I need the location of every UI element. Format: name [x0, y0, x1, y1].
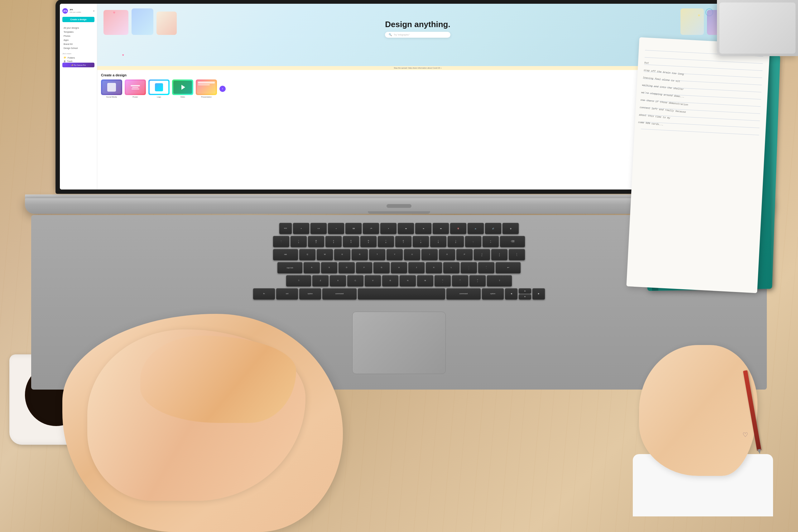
key-r[interactable]: R [352, 249, 368, 260]
nav-brand-kit[interactable]: Brand Kit [62, 42, 94, 46]
key-e[interactable]: E [334, 249, 350, 260]
key-shift-right[interactable]: ⇧ [487, 275, 512, 286]
key-backtick[interactable]: ~` [273, 236, 289, 247]
key-f5[interactable]: ⊣⊢ [363, 223, 379, 234]
key-option-right[interactable]: option [482, 288, 504, 300]
key-f9[interactable]: ⏭ [433, 223, 449, 234]
key-b[interactable]: B [382, 275, 398, 286]
key-7[interactable]: &7 [395, 236, 412, 247]
key-option-left[interactable]: option [299, 288, 321, 300]
create-section-title: Create a design [101, 73, 127, 77]
key-2[interactable]: @2 [308, 236, 324, 247]
key-minus[interactable]: _- [465, 236, 481, 247]
trackpad[interactable] [352, 312, 446, 374]
try-canva-pro-button[interactable]: ✨ Try Canva Pro [62, 63, 94, 67]
key-command-right[interactable]: command [446, 288, 481, 300]
key-space[interactable] [358, 288, 445, 300]
key-j[interactable]: J [408, 262, 424, 273]
key-arrow-down[interactable]: ▼ [519, 294, 531, 300]
key-s[interactable]: S [321, 262, 337, 273]
design-type-logo[interactable]: Logo [148, 79, 170, 98]
key-fn[interactable]: fn [253, 288, 275, 300]
key-3[interactable]: #3 [325, 236, 342, 247]
key-ctrl[interactable]: ctrl [276, 288, 298, 300]
design-type-presentation[interactable]: Presentation [196, 79, 217, 98]
key-f11[interactable]: 🔉 [468, 223, 484, 234]
nav-design-school[interactable]: Design School [62, 46, 94, 50]
key-backspace[interactable]: ⌫ [500, 236, 525, 247]
key-w[interactable]: W [317, 249, 333, 260]
nav-templates[interactable]: Templates [62, 30, 94, 34]
key-semicolon[interactable]: :; [461, 262, 477, 273]
nav-folders[interactable]: 📁 Folders [62, 56, 94, 59]
video-label: Video [172, 96, 193, 98]
key-f4[interactable]: ⌨ [345, 223, 362, 234]
key-v[interactable]: V [365, 275, 381, 286]
nav-apps[interactable]: Apps [62, 38, 94, 42]
key-command-left[interactable]: command [322, 288, 357, 300]
key-shift-left[interactable]: ⇧ [286, 275, 311, 286]
key-f6[interactable]: ☀ [380, 223, 397, 234]
key-x[interactable]: X [330, 275, 346, 286]
hero-title: Design anything. [385, 20, 450, 29]
key-6[interactable]: ^6 [378, 236, 394, 247]
key-m[interactable]: M [417, 275, 433, 286]
design-type-video[interactable]: Video [172, 79, 193, 98]
key-bracket-left[interactable]: {[ [474, 249, 490, 260]
design-type-social-media[interactable]: Social Media [101, 79, 122, 98]
nav-all-designs[interactable]: All your designs [62, 26, 94, 30]
key-5[interactable]: %5 [360, 236, 377, 247]
create-design-button[interactable]: Create a design [62, 17, 94, 22]
key-slash[interactable]: ?/ [470, 275, 486, 286]
key-d[interactable]: D [339, 262, 355, 273]
key-comma[interactable]: <, [435, 275, 451, 286]
key-h[interactable]: H [391, 262, 407, 273]
key-o[interactable]: O [439, 249, 455, 260]
nav-photos[interactable]: Photos [62, 34, 94, 38]
search-icon: 🔍 [389, 33, 392, 36]
key-arrow-left[interactable]: ◀ [505, 288, 517, 300]
key-tab[interactable]: tab [273, 249, 298, 260]
key-a[interactable]: A [304, 262, 320, 273]
key-f10[interactable]: 🔇 [450, 223, 466, 234]
key-power[interactable]: ⏻ [502, 223, 519, 234]
key-y[interactable]: Y [386, 249, 403, 260]
key-k[interactable]: K [426, 262, 442, 273]
key-esc[interactable]: esc [279, 223, 292, 234]
key-9[interactable]: (9 [430, 236, 446, 247]
key-caps[interactable]: caps lock [278, 262, 302, 273]
key-bracket-right[interactable]: }] [491, 249, 508, 260]
key-quote[interactable]: "' [478, 262, 494, 273]
key-8[interactable]: *8 [413, 236, 429, 247]
key-0[interactable]: )0 [448, 236, 464, 247]
key-arrow-right[interactable]: ▶ [532, 288, 545, 300]
key-q[interactable]: Q [299, 249, 316, 260]
key-f8[interactable]: ⏯ [415, 223, 432, 234]
key-4[interactable]: $4 [343, 236, 359, 247]
key-g[interactable]: G [374, 262, 390, 273]
more-design-types-button[interactable]: › [220, 86, 226, 92]
key-n[interactable]: N [400, 275, 416, 286]
key-f1[interactable]: ☀ [293, 223, 309, 234]
key-f3[interactable]: ⇥ [328, 223, 344, 234]
key-i[interactable]: I [421, 249, 438, 260]
key-z[interactable]: Z [312, 275, 328, 286]
key-u[interactable]: U [404, 249, 420, 260]
key-l[interactable]: L [443, 262, 459, 273]
key-return[interactable]: ↩ [496, 262, 520, 273]
key-f7[interactable]: ⏮ [398, 223, 414, 234]
key-1[interactable]: !1 [290, 236, 307, 247]
key-c[interactable]: C [347, 275, 363, 286]
key-backslash[interactable]: |\ [509, 249, 525, 260]
key-f2[interactable]: ☀☀ [310, 223, 327, 234]
user-info: JPA Add your subtitle [70, 9, 81, 13]
key-p[interactable]: P [456, 249, 473, 260]
key-equals[interactable]: += [482, 236, 499, 247]
canva-user-profile[interactable]: JPA JPA Add your subtitle ▾ [60, 6, 97, 16]
key-period[interactable]: >. [452, 275, 468, 286]
key-f[interactable]: F [356, 262, 372, 273]
design-type-poster[interactable]: Poster [125, 79, 146, 98]
key-arrow-up[interactable]: ▲ [519, 288, 531, 293]
key-f12[interactable]: 🔊 [485, 223, 501, 234]
key-t[interactable]: T [369, 249, 385, 260]
